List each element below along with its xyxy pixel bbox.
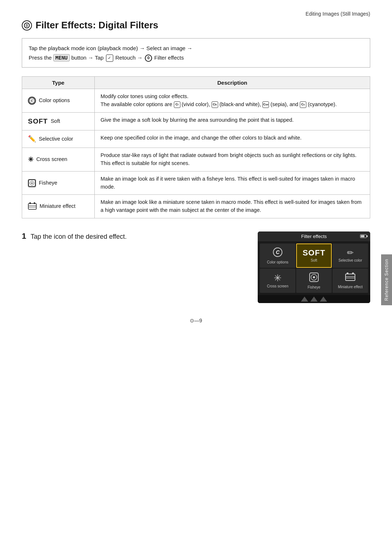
- camera-cell-soft[interactable]: SOFT Soft: [296, 243, 332, 268]
- battery-fill: [361, 235, 364, 237]
- camera-ui-grid: C Color options SOFT Soft ✏ Selective co…: [258, 241, 370, 295]
- page-number-text: ⊙—9: [190, 318, 202, 323]
- desc-miniature: Make an image look like a miniature scen…: [95, 195, 370, 218]
- table-row: SOFT Soft Give the image a soft look by …: [22, 112, 370, 130]
- type-label-selective: Selective color: [39, 135, 73, 143]
- svg-point-16: [313, 276, 315, 278]
- reference-tab-label: Reference Section: [384, 259, 389, 301]
- camera-ui-bottom: [258, 295, 370, 303]
- vivid-color-icon: Ci: [174, 101, 180, 108]
- camera-cell-label-color-options: Color options: [267, 260, 289, 264]
- type-label-cross: Cross screen: [36, 156, 67, 164]
- camera-cell-label-miniature: Miniature effect: [338, 285, 363, 289]
- page-container: Editing Images (Still Images) 0 Filter E…: [0, 0, 392, 352]
- triangle-2[interactable]: [310, 297, 318, 302]
- table-row: Fisheye Make an image look as if it were…: [22, 171, 370, 195]
- camera-cell-selective[interactable]: ✏ Selective color: [332, 243, 368, 268]
- miniature-icon: [28, 202, 37, 210]
- type-label-soft: Soft: [51, 117, 60, 125]
- camera-cell-fisheye[interactable]: Fisheye: [296, 269, 332, 293]
- camera-ui-title: Filter effects: [301, 234, 327, 239]
- step-number: 1: [22, 231, 26, 241]
- sepia-icon: Cse: [262, 101, 269, 108]
- step-content: 1 Tap the icon of the desired effect.: [22, 231, 243, 244]
- camera-cell-cross[interactable]: ✳ Cross screen: [260, 269, 295, 293]
- header-label: Editing Images (Still Images): [306, 11, 370, 17]
- color-options-icon: C: [28, 97, 36, 105]
- page-title-row: 0 Filter Effects: Digital Filters: [22, 20, 370, 31]
- svg-text:0: 0: [26, 24, 28, 28]
- selective-color-icon: ✏️: [28, 134, 36, 144]
- instruction-line1: Tap the playback mode icon (playback mod…: [29, 44, 363, 53]
- menu-key: MENU: [53, 54, 70, 61]
- title-icon: 0: [22, 20, 32, 31]
- cross-screen-icon: ✳: [28, 155, 33, 165]
- col-description: Description: [95, 77, 370, 89]
- camera-cell-label-selective: Selective color: [338, 258, 362, 262]
- camera-cell-icon-cross: ✳: [274, 273, 282, 283]
- instruction-box: Tap the playback mode icon (playback mod…: [22, 38, 370, 68]
- type-label-miniature: Miniature effect: [40, 202, 75, 210]
- svg-rect-21: [352, 273, 354, 274]
- svg-text:C: C: [31, 99, 33, 102]
- type-cell-color-options: C Color options: [22, 89, 95, 113]
- camera-cell-label-soft: Soft: [311, 258, 317, 262]
- reference-tab: Reference Section: [381, 254, 392, 305]
- camera-cell-label-cross: Cross screen: [267, 284, 289, 288]
- svg-rect-10: [29, 202, 31, 204]
- table-row: Miniature effect Make an image look like…: [22, 195, 370, 218]
- triangle-3[interactable]: [320, 297, 327, 302]
- svg-rect-17: [346, 274, 355, 281]
- camera-cell-icon-fisheye: [309, 272, 319, 284]
- svg-text:C: C: [276, 249, 280, 255]
- type-cell-soft: SOFT Soft: [22, 112, 95, 130]
- camera-cell-icon-soft: SOFT: [303, 249, 326, 257]
- step-number-row: 1 Tap the icon of the desired effect.: [22, 231, 243, 241]
- camera-cell-icon-miniature: [345, 273, 355, 283]
- desc-soft: Give the image a soft look by blurring t…: [95, 112, 370, 130]
- type-cell-fisheye: Fisheye: [22, 171, 95, 195]
- camera-cell-icon-color-options: C: [273, 247, 283, 259]
- desc-cross: Produce star-like rays of light that rad…: [95, 148, 370, 172]
- soft-icon: SOFT: [28, 116, 48, 127]
- svg-rect-7: [28, 203, 36, 209]
- table-row: C Color options Modify color tones using…: [22, 89, 370, 113]
- camera-cell-label-fisheye: Fisheye: [307, 285, 320, 289]
- table-row: ✳ Cross screen Produce star-like rays of…: [22, 148, 370, 172]
- type-label-fisheye: Fisheye: [39, 179, 57, 187]
- cyan-icon: Cc: [300, 101, 306, 108]
- desc-selective: Keep one specified color in the image, a…: [95, 130, 370, 148]
- battery-icon: [360, 234, 367, 238]
- top-header: Editing Images (Still Images): [22, 11, 370, 17]
- svg-point-6: [31, 182, 33, 184]
- camera-cell-color-options[interactable]: C Color options: [260, 243, 295, 268]
- page-title: Filter Effects: Digital Filters: [36, 20, 158, 31]
- step-text: Tap the icon of the desired effect.: [30, 233, 127, 241]
- svg-rect-11: [34, 202, 35, 204]
- camera-cell-miniature[interactable]: Miniature effect: [332, 269, 368, 293]
- table-row: ✏️ Selective color Keep one specified co…: [22, 130, 370, 148]
- desc-color-options: Modify color tones using color effects. …: [95, 89, 370, 113]
- retouch-icon: ✓: [106, 55, 113, 62]
- camera-ui-header: Filter effects: [258, 231, 370, 241]
- triangle-1[interactable]: [301, 297, 308, 302]
- page-number: ⊙—9: [22, 318, 370, 331]
- svg-rect-20: [347, 273, 348, 274]
- col-type: Type: [22, 77, 95, 89]
- type-cell-cross: ✳ Cross screen: [22, 148, 95, 172]
- desc-fisheye: Make an image look as if it were taken w…: [95, 171, 370, 195]
- filter-icon: 0: [145, 55, 152, 62]
- bw-icon: Cb: [212, 101, 218, 108]
- fisheye-icon: [28, 179, 36, 187]
- camera-cell-icon-selective: ✏: [347, 249, 354, 257]
- type-cell-selective: ✏️ Selective color: [22, 130, 95, 148]
- camera-ui: Filter effects C Color options: [258, 231, 370, 303]
- instruction-line2: Press the MENU button → Tap ✓ Retouch → …: [29, 53, 363, 63]
- bottom-triangles: [301, 297, 327, 302]
- step-section: 1 Tap the icon of the desired effect. Fi…: [22, 231, 370, 303]
- filter-table: Type Description C Color options: [22, 76, 370, 218]
- type-label-color-options: Color options: [39, 97, 70, 105]
- type-cell-miniature: Miniature effect: [22, 195, 95, 218]
